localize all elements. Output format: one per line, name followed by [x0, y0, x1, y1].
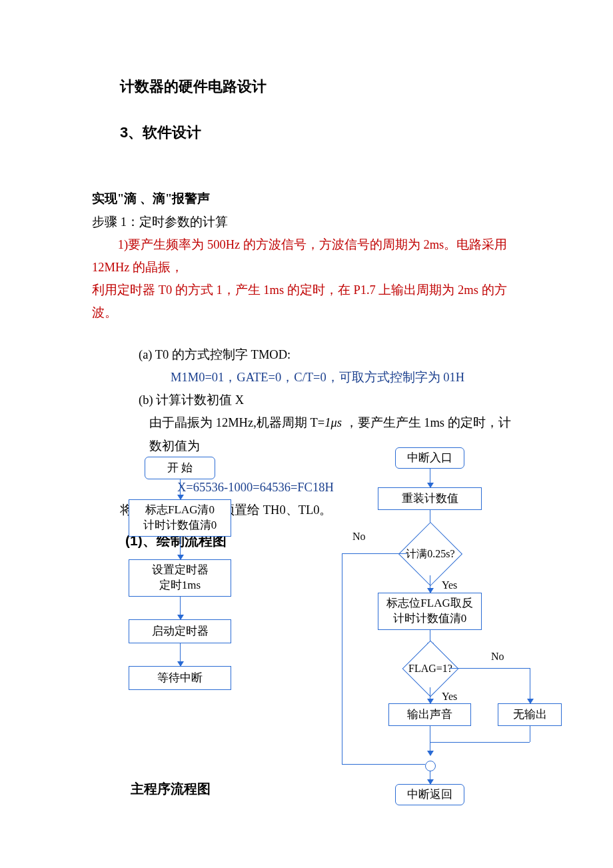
- hw-title: 计数器的硬件电路设计: [120, 73, 521, 101]
- lbl: 开 始: [167, 461, 193, 476]
- box-set-timer: 设置定时器定时1ms: [129, 559, 231, 597]
- sw-title: 3、软件设计: [120, 119, 521, 147]
- box-start: 开 始: [145, 457, 215, 479]
- arrow: [530, 695, 530, 703]
- arrow: [180, 597, 181, 619]
- lbl: 中断返回: [407, 787, 452, 803]
- lbl: 输出声音: [407, 707, 452, 723]
- lbl: FLAG=1?: [411, 649, 450, 688]
- lbl: 定时1ms: [159, 579, 201, 591]
- lbl: 标志位FLAG取反: [386, 597, 472, 609]
- box-init: 标志FLAG清0计时计数值清0: [129, 499, 231, 537]
- box-reload: 重装计数值: [378, 487, 482, 510]
- lbl: 启动定时器: [152, 624, 209, 639]
- caption-main: 主程序流程图: [131, 777, 211, 801]
- line: [342, 764, 425, 765]
- line: [342, 553, 407, 554]
- item-a-detail: M1M0=01，GATE=0，C/T=0，可取方式控制字为 01H: [92, 366, 521, 389]
- box-toggle: 标志位FLAG取反计时计数值清0: [378, 593, 482, 630]
- arrow: [430, 687, 430, 703]
- b-detail-a: 由于晶振为 12MHz,机器周期 T=: [149, 416, 324, 429]
- lbl: 等待中断: [157, 671, 203, 686]
- lbl: 无输出: [513, 707, 547, 723]
- req-line2: 利用定时器 T0 的方式 1，产生 1ms 的定时，在 P1.7 上输出周期为 …: [92, 279, 521, 324]
- item-b: (b) 计算计数初值 X: [92, 389, 521, 411]
- arrow: [430, 726, 430, 755]
- lbl: 重装计数值: [402, 491, 458, 507]
- arrow: [430, 469, 430, 487]
- arrow: [180, 537, 181, 559]
- box-isr-entry: 中断入口: [395, 447, 464, 469]
- box-ret: 中断返回: [395, 784, 464, 805]
- arrow: [180, 479, 181, 499]
- no-label-2: No: [491, 647, 504, 667]
- no-label: No: [352, 527, 366, 547]
- line: [430, 742, 530, 743]
- step1: 步骤 1：定时参数的计算: [92, 211, 521, 233]
- arrow: [430, 575, 430, 593]
- item-a: (a) T0 的方式控制字 TMOD:: [92, 343, 521, 366]
- lbl: 中断入口: [407, 451, 452, 466]
- arrow: [430, 771, 430, 784]
- lbl: 计满0.25s?: [408, 532, 452, 576]
- lbl: 设置定时器: [152, 563, 209, 576]
- box-out-sound: 输出声音: [388, 703, 471, 726]
- flowcharts: 开 始 标志FLAG清0计时计数值清0 设置定时器定时1ms 启动定时器 等待中…: [0, 457, 613, 857]
- line: [530, 726, 530, 742]
- box-no-out: 无输出: [498, 703, 562, 726]
- merge-node: [425, 761, 436, 771]
- line: [342, 553, 342, 764]
- lbl: 标志FLAG清0: [145, 503, 215, 516]
- lbl: 计时计数值清0: [143, 519, 217, 531]
- box-start-timer: 启动定时器: [129, 619, 231, 643]
- b-detail-mu: 1μs: [324, 416, 342, 429]
- lbl: 计时计数值清0: [393, 612, 467, 625]
- line: [450, 668, 530, 669]
- box-wait: 等待中断: [129, 666, 231, 690]
- arrow: [180, 643, 181, 666]
- section-alarm: 实现"滴 、滴"报警声: [92, 187, 521, 210]
- req-line1: 1)要产生频率为 500Hz 的方波信号，方波信号的周期为 2ms。电路采用 1…: [92, 233, 521, 279]
